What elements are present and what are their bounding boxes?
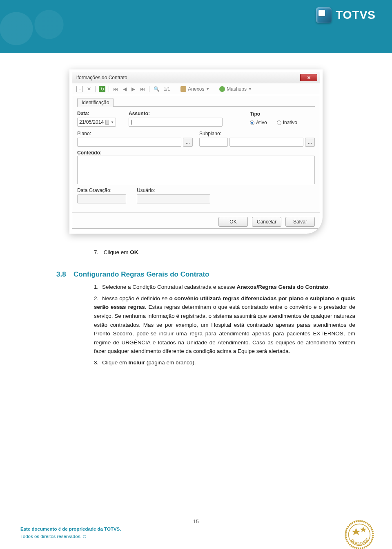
subplano-label: Subplano: (199, 131, 315, 136)
radio-icon (250, 121, 254, 125)
radio-icon (277, 121, 281, 125)
dialog-screenshot: iformações do Contrato ✕ ▫ ✕ ↻ ⏮ ◀ ▶ ⏭ (69, 69, 323, 234)
close-icon: ✕ (307, 75, 311, 80)
page-content: iformações do Contrato ✕ ▫ ✕ ↻ ⏮ ◀ ▶ ⏭ (0, 53, 392, 367)
dialog-titlebar: iformações do Contrato ✕ (72, 72, 320, 83)
logo-cube-icon (316, 7, 332, 23)
first-icon[interactable]: ⏮ (112, 86, 119, 92)
anexos-dropdown[interactable]: Anexos ▼ (180, 86, 209, 92)
list-item-2: 2.Nessa opção é definido se o convênio u… (94, 294, 355, 356)
chevron-down-icon[interactable]: ▼ (111, 121, 114, 124)
separator-icon (109, 86, 109, 92)
section-heading: 3.8Configurando Regras Gerais do Contrat… (56, 270, 355, 279)
logo: TOTVS (316, 7, 376, 23)
footer-copyright: Este documento é de propriedade da TOTVS… (20, 525, 121, 540)
refresh-icon[interactable]: ↻ (99, 86, 105, 92)
usuario-label: Usuário: (137, 187, 210, 193)
assunto-field[interactable]: | (129, 118, 223, 127)
chevron-down-icon: ▼ (248, 87, 252, 91)
plano-field[interactable] (77, 138, 181, 147)
list-item-1: 1.Selecione a Condição Contratual cadast… (94, 283, 355, 292)
radio-ativo[interactable]: Ativo (250, 120, 267, 125)
conteudo-label: Conteúdo: (77, 150, 102, 156)
ok-button[interactable]: OK (218, 217, 248, 227)
page-indicator: 1/1 (164, 87, 170, 92)
usuario-field (137, 194, 210, 203)
separator-icon (149, 86, 149, 92)
radio-inativo[interactable]: Inativo (277, 120, 297, 125)
plano-lookup-button[interactable]: … (183, 138, 193, 147)
conteudo-field[interactable] (77, 156, 315, 184)
step-7: 7. Clique em OK. (94, 248, 355, 257)
close-button[interactable]: ✕ (300, 74, 317, 81)
data-gravacao-label: Data Gravação: (77, 187, 130, 193)
globe-icon (219, 86, 225, 92)
calendar-icon[interactable] (105, 120, 109, 125)
logo-text: TOTVS (336, 9, 376, 22)
dialog-title: iformações do Contrato (76, 75, 127, 80)
subplano-lookup-button[interactable]: … (305, 138, 315, 147)
list-item-3: 3.Clique em Incluir (página em branco). (94, 358, 355, 367)
subplano-code-field[interactable] (199, 138, 228, 147)
mashups-dropdown[interactable]: Mashups ▼ (219, 86, 252, 92)
chevron-down-icon: ▼ (206, 87, 209, 91)
footer: Este documento é de propriedade da TOTVS… (0, 516, 392, 549)
data-field[interactable]: 21/05/2014 ▼ (77, 118, 116, 127)
plano-label: Plano: (77, 131, 193, 136)
dialog-window: iformações do Contrato ✕ ▫ ✕ ↻ ⏮ ◀ ▶ ⏭ (72, 72, 320, 229)
separator-icon (95, 86, 96, 92)
quality-stamp-icon: QUALIDADE DOC (343, 518, 376, 549)
tipo-label: Tipo (250, 111, 314, 117)
next-icon[interactable]: ▶ (131, 86, 136, 92)
tab-identificacao[interactable]: Identificação (77, 98, 114, 107)
cancelar-button[interactable]: Cancelar (252, 217, 281, 227)
prev-icon[interactable]: ◀ (122, 86, 127, 92)
last-icon[interactable]: ⏭ (139, 86, 146, 92)
new-icon[interactable]: ▫ (76, 86, 83, 92)
salvar-button[interactable]: Salvar (285, 217, 315, 227)
svg-marker-3 (360, 527, 367, 533)
assunto-label: Assunto: (129, 111, 243, 116)
data-label: Data: (77, 111, 122, 116)
dialog-toolbar: ▫ ✕ ↻ ⏮ ◀ ▶ ⏭ 🔍 1/1 Anexos (72, 83, 320, 95)
search-icon[interactable]: 🔍 (153, 86, 160, 92)
svg-marker-2 (352, 528, 361, 536)
header-banner: TOTVS (0, 0, 392, 53)
delete-icon[interactable]: ✕ (86, 86, 92, 92)
data-gravacao-field (77, 194, 126, 203)
subplano-field[interactable] (229, 138, 303, 147)
folder-icon (180, 86, 186, 92)
